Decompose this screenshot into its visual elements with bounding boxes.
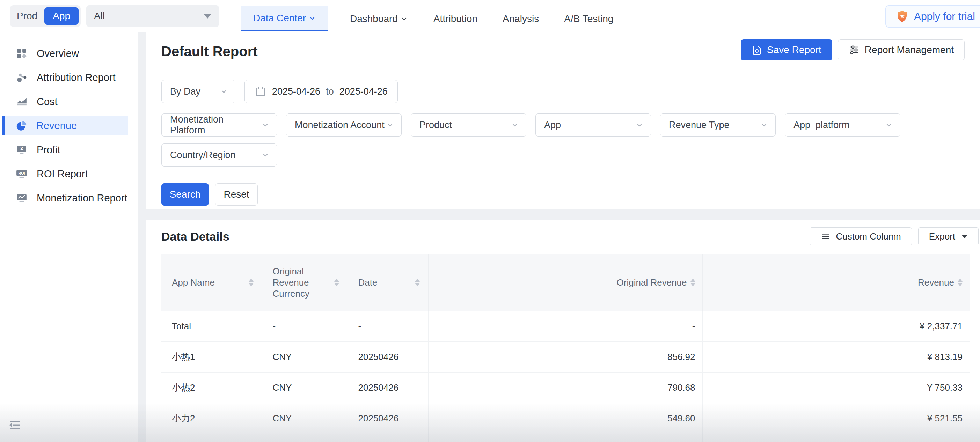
table-cell: 小热1 bbox=[161, 342, 262, 372]
monetization-platform-select[interactable]: Monetization Platform bbox=[161, 113, 277, 137]
calendar-icon bbox=[255, 86, 266, 97]
table-row: 小力2CNY20250426549.60¥ 521.55 bbox=[161, 403, 969, 434]
reset-button[interactable]: Reset bbox=[215, 183, 258, 206]
select-placeholder: Product bbox=[420, 120, 452, 130]
table-cell: ¥ 750.33 bbox=[702, 372, 969, 403]
country-region-select[interactable]: Country/Region bbox=[161, 143, 277, 167]
sidebar-item-label: Overview bbox=[37, 48, 79, 59]
tab-attribution[interactable]: Attribution bbox=[430, 6, 481, 31]
sidebar-item-revenue[interactable]: Revenue bbox=[2, 116, 128, 135]
column-header[interactable]: App Name bbox=[161, 254, 262, 311]
column-header[interactable]: Date bbox=[347, 254, 428, 311]
save-report-button[interactable]: Save Report bbox=[741, 40, 832, 60]
table-cell: CNY bbox=[262, 342, 347, 372]
custom-column-label: Custom Column bbox=[836, 231, 901, 242]
save-icon bbox=[752, 45, 762, 55]
sidebar-item-roi-report[interactable]: ROI ROI Report bbox=[0, 164, 128, 184]
granularity-select[interactable]: By Day bbox=[161, 80, 235, 103]
table-cell: CNY bbox=[262, 434, 347, 442]
granularity-value: By Day bbox=[170, 86, 200, 97]
apply-for-trial-label: Apply for trial bbox=[914, 11, 975, 22]
area-chart-icon bbox=[16, 95, 28, 108]
primary-nav: Data Center Dashboard Attribution Analys… bbox=[241, 0, 617, 32]
product-select[interactable]: Product bbox=[411, 113, 526, 137]
table-cell: 20250426 bbox=[347, 434, 428, 442]
collapse-sidebar-button[interactable] bbox=[8, 419, 22, 432]
table-row: 小热2CNY20250426790.68¥ 750.33 bbox=[161, 372, 969, 403]
sidebar-item-overview[interactable]: Overview bbox=[0, 44, 128, 63]
table-cell: 856.92 bbox=[428, 342, 702, 372]
sort-icon[interactable] bbox=[334, 278, 339, 286]
topbar: Prod App All Data Center Dashboard Attri… bbox=[0, 0, 980, 32]
chevron-down-icon bbox=[261, 151, 270, 159]
profit-monitor-icon: ¥ bbox=[16, 144, 28, 156]
table-cell: CNY bbox=[262, 403, 347, 434]
revenue-type-select[interactable]: Revenue Type bbox=[660, 113, 776, 137]
data-table-container: App NameOriginal Revenue CurrencyDateOri… bbox=[161, 254, 980, 442]
page-title: Default Report bbox=[161, 44, 258, 59]
column-header[interactable]: Original Revenue bbox=[428, 254, 702, 311]
select-placeholder: Monetization Platform bbox=[170, 114, 261, 136]
select-placeholder: Monetization Account bbox=[295, 120, 385, 130]
sort-icon[interactable] bbox=[249, 278, 253, 286]
report-card: Default Report Save Report bbox=[146, 32, 980, 209]
tab-dashboard[interactable]: Dashboard bbox=[347, 6, 412, 31]
date-range-picker[interactable]: 2025-04-26 to 2025-04-26 bbox=[245, 80, 398, 103]
env-prod-option[interactable]: Prod bbox=[10, 11, 45, 22]
pie-chart-icon bbox=[15, 120, 27, 132]
table-row: 小力1CNY20250426187.66¥ 178.08 bbox=[161, 434, 969, 442]
collapse-icon bbox=[8, 419, 22, 431]
custom-column-button[interactable]: Custom Column bbox=[810, 227, 912, 245]
chevron-down-icon bbox=[400, 15, 408, 23]
date-end-value: 2025-04-26 bbox=[339, 86, 388, 97]
tab-label: A/B Testing bbox=[564, 13, 613, 24]
sidebar-item-monetization-report[interactable]: Monetization Report bbox=[0, 188, 128, 208]
export-button[interactable]: Export bbox=[918, 227, 978, 245]
search-button[interactable]: Search bbox=[161, 183, 209, 206]
org-select-value: All bbox=[94, 11, 105, 22]
date-start-value: 2025-04-26 bbox=[272, 86, 320, 97]
sidebar-item-label: Profit bbox=[37, 144, 60, 156]
sidebar-item-label: Attribution Report bbox=[37, 72, 116, 83]
sidebar-item-attribution-report[interactable]: Attribution Report bbox=[0, 68, 128, 87]
data-table: App NameOriginal Revenue CurrencyDateOri… bbox=[161, 254, 969, 442]
sidebar-item-cost[interactable]: Cost bbox=[0, 92, 128, 111]
app-select[interactable]: App bbox=[535, 113, 651, 137]
chevron-down-icon bbox=[261, 121, 270, 129]
tab-ab-testing[interactable]: A/B Testing bbox=[560, 6, 617, 31]
table-cell: 187.66 bbox=[428, 434, 702, 442]
sliders-icon bbox=[849, 45, 860, 56]
shield-star-icon bbox=[895, 10, 909, 23]
chevron-down-icon bbox=[635, 121, 644, 129]
monetization-account-select[interactable]: Monetization Account bbox=[286, 113, 402, 137]
tab-data-center[interactable]: Data Center bbox=[241, 6, 328, 31]
sidebar-item-label: ROI Report bbox=[37, 168, 88, 180]
caret-down-icon bbox=[961, 235, 968, 238]
export-label: Export bbox=[929, 231, 955, 242]
column-header[interactable]: Original Revenue Currency bbox=[262, 254, 347, 311]
tab-label: Analysis bbox=[503, 13, 539, 24]
report-management-button[interactable]: Report Management bbox=[838, 40, 965, 60]
table-cell: ¥ 2,337.71 bbox=[702, 311, 969, 342]
tab-analysis[interactable]: Analysis bbox=[499, 6, 542, 31]
app-platform-select[interactable]: App_platform bbox=[785, 113, 900, 137]
chevron-down-icon bbox=[885, 121, 893, 129]
org-select[interactable]: All bbox=[86, 5, 219, 27]
table-cell: 20250426 bbox=[347, 372, 428, 403]
grid-icon bbox=[16, 48, 28, 59]
column-header-label: App Name bbox=[172, 277, 215, 288]
sidebar-item-label: Cost bbox=[37, 96, 57, 108]
env-app-option[interactable]: App bbox=[45, 7, 79, 25]
nodes-icon bbox=[16, 72, 28, 83]
date-joiner: to bbox=[326, 86, 334, 97]
sort-icon[interactable] bbox=[958, 278, 963, 286]
sidebar-item-profit[interactable]: ¥ Profit bbox=[0, 140, 128, 159]
column-header[interactable]: Revenue bbox=[702, 254, 969, 311]
chevron-down-icon bbox=[760, 121, 768, 129]
apply-for-trial-button[interactable]: Apply for trial bbox=[885, 5, 980, 28]
sort-icon[interactable] bbox=[690, 278, 695, 286]
sort-icon[interactable] bbox=[415, 278, 420, 286]
tab-label: Dashboard bbox=[350, 13, 398, 24]
sidebar: Overview Attribution Report Cost Revenue bbox=[0, 32, 138, 442]
chevron-down-icon bbox=[220, 87, 228, 95]
